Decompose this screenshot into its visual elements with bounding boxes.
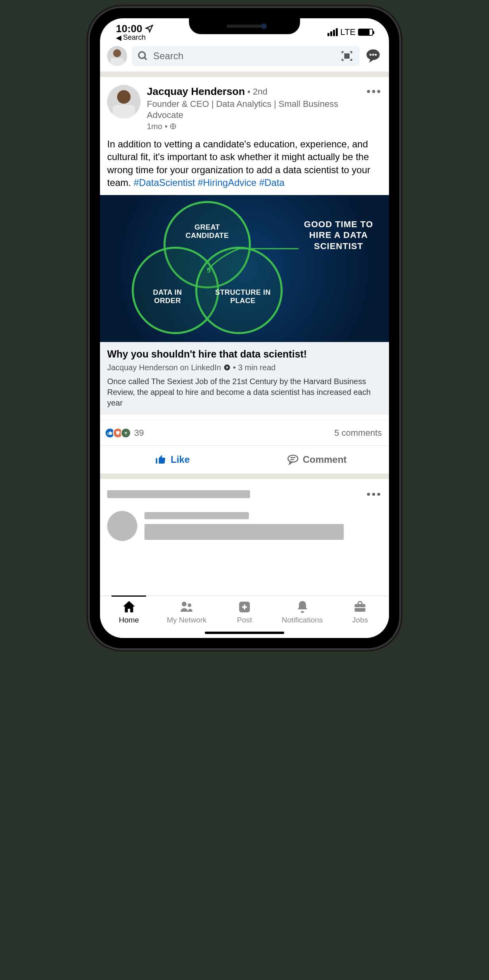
qr-scan-button[interactable]	[340, 49, 354, 63]
nav-post[interactable]: Post	[216, 600, 273, 624]
hashtag[interactable]: #HiringAdvice	[198, 177, 256, 188]
article-link-card[interactable]: Why you shouldn't hire that data scienti…	[100, 342, 389, 415]
network-label: LTE	[340, 27, 356, 37]
connection-degree: • 2nd	[247, 86, 268, 98]
profile-avatar[interactable]	[107, 46, 127, 66]
bell-icon	[295, 600, 310, 614]
location-icon	[145, 24, 154, 33]
skeleton-bar	[144, 524, 344, 540]
hashtag[interactable]: #DataScientist	[134, 177, 195, 188]
post-actions: Like Comment	[100, 445, 389, 474]
svg-point-7	[370, 54, 372, 56]
post-timestamp: 1mo •	[147, 121, 360, 131]
section-divider	[100, 72, 389, 77]
article-description: Once called The Sexiest Job of the 21st …	[107, 376, 382, 408]
post-author-avatar[interactable]	[107, 85, 141, 118]
like-label: Like	[171, 454, 190, 465]
loading-post-skeleton: •••	[100, 479, 389, 550]
skeleton-bar	[107, 490, 250, 498]
svg-rect-12	[113, 105, 135, 118]
svg-rect-2	[110, 58, 124, 66]
post-author-headline: Founder & CEO | Data Analytics | Small B…	[147, 99, 360, 121]
back-triangle-icon: ◀	[116, 33, 121, 42]
search-input[interactable]: Search	[132, 46, 360, 66]
svg-point-20	[188, 603, 191, 607]
nav-label: My Network	[167, 616, 206, 624]
battery-icon	[358, 29, 373, 36]
verified-icon	[223, 364, 231, 371]
nav-label: Notifications	[282, 616, 323, 624]
hashtag[interactable]: #Data	[259, 177, 285, 188]
svg-point-16	[288, 455, 298, 462]
plus-square-icon	[237, 600, 252, 614]
article-title: Why you shouldn't hire that data scienti…	[107, 348, 382, 360]
nav-jobs[interactable]: Jobs	[331, 600, 389, 624]
home-indicator[interactable]	[205, 632, 284, 634]
clap-reaction-icon	[121, 428, 131, 438]
venn-top-label: GREAT CANDIDATE	[175, 223, 239, 240]
svg-point-3	[139, 52, 145, 58]
skeleton-avatar	[107, 511, 137, 541]
briefcase-icon	[353, 600, 367, 614]
reactions-count: 39	[134, 428, 144, 438]
search-icon	[137, 50, 148, 62]
svg-point-11	[117, 90, 131, 104]
svg-point-1	[113, 49, 121, 57]
svg-point-9	[375, 54, 377, 56]
messages-button[interactable]	[364, 47, 382, 65]
phone-frame: 10:00 ◀ Search LTE	[90, 8, 399, 648]
screen: 10:00 ◀ Search LTE	[100, 18, 389, 638]
nav-label: Post	[237, 616, 252, 624]
nav-notifications[interactable]: Notifications	[273, 600, 331, 624]
back-label: Search	[123, 33, 146, 42]
nav-network[interactable]: My Network	[158, 600, 216, 624]
post-more-button[interactable]: •••	[367, 85, 382, 98]
nav-label: Jobs	[352, 616, 368, 624]
comment-label: Comment	[303, 454, 347, 465]
home-icon	[122, 600, 136, 614]
section-divider	[100, 474, 389, 479]
search-placeholder: Search	[153, 50, 183, 62]
svg-line-4	[144, 58, 147, 60]
article-source-row: Jacquay Henderson on LinkedIn • 3 min re…	[107, 363, 382, 372]
phone-inner: 10:00 ◀ Search LTE	[98, 16, 391, 640]
nav-home[interactable]: Home	[100, 600, 158, 624]
comments-count[interactable]: 5 comments	[334, 428, 382, 438]
top-app-bar: Search	[100, 42, 389, 72]
comment-button[interactable]: Comment	[244, 446, 389, 474]
people-icon	[179, 600, 194, 614]
notch	[189, 18, 300, 34]
nav-label: Home	[119, 616, 139, 624]
venn-callout: GOOD TIME TO HIRE A DATA SCIENTIST	[304, 219, 373, 252]
back-to-search[interactable]: ◀ Search	[116, 33, 146, 42]
signal-bars-icon	[327, 28, 338, 36]
article-image[interactable]: GREAT CANDIDATE DATA IN ORDER STRUCTURE …	[100, 195, 389, 342]
reaction-icons	[107, 428, 131, 438]
svg-point-19	[182, 602, 187, 607]
svg-point-8	[372, 54, 374, 56]
venn-left-label: DATA IN ORDER	[144, 288, 191, 305]
like-button[interactable]: Like	[100, 446, 244, 474]
svg-rect-5	[345, 54, 349, 58]
post-more-button[interactable]: •••	[367, 488, 382, 501]
venn-right-label: STRUCTURE IN PLACE	[215, 288, 271, 305]
reactions-summary[interactable]: 39 5 comments	[100, 420, 389, 445]
callout-line	[207, 241, 302, 273]
post-text: In addition to vetting a candidate's edu…	[100, 136, 389, 195]
globe-icon	[170, 123, 176, 130]
post-author-name[interactable]: Jacquay Henderson	[147, 85, 245, 99]
feed-post: Jacquay Henderson • 2nd Founder & CEO | …	[100, 77, 389, 474]
skeleton-bar	[144, 512, 249, 519]
